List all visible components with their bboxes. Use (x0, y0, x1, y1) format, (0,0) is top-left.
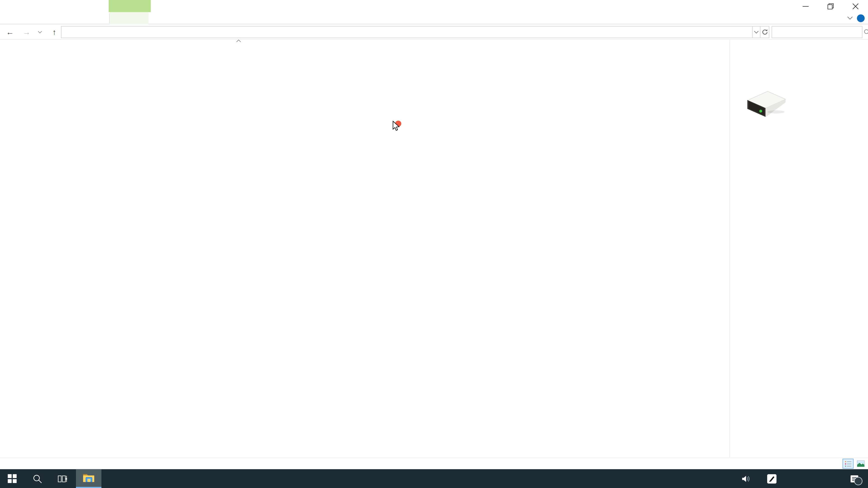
navigation-bar: ← → ↑ (0, 24, 868, 40)
explorer-window: ← → ↑ (0, 0, 868, 488)
volume-icon[interactable] (741, 469, 752, 488)
contextual-tab-header[interactable] (109, 0, 151, 12)
close-button[interactable] (843, 0, 868, 12)
preview-pane (730, 40, 868, 457)
ime-language-indicator[interactable] (752, 469, 762, 488)
minimize-button[interactable] (793, 0, 818, 12)
address-dropdown-icon[interactable] (753, 26, 761, 38)
up-button[interactable]: ↑ (49, 27, 60, 38)
status-bar (0, 457, 868, 469)
action-center-icon[interactable] (846, 469, 863, 488)
column-headers (166, 40, 499, 54)
collapse-ribbon-icon[interactable] (847, 16, 853, 20)
restore-button[interactable] (818, 0, 843, 12)
sort-ascending-icon[interactable] (236, 39, 241, 43)
help-icon[interactable] (857, 14, 865, 22)
tab-drive-tools[interactable] (110, 12, 149, 24)
search-input[interactable] (772, 29, 864, 35)
taskbar-explorer-button[interactable] (76, 469, 101, 488)
recent-locations-icon[interactable] (34, 27, 45, 38)
thumbnail-view-button[interactable] (855, 459, 866, 468)
drive-icon (743, 88, 789, 120)
forward-button[interactable]: → (21, 27, 32, 38)
search-icon[interactable] (864, 29, 868, 35)
windows-logo-icon (8, 474, 17, 483)
start-button[interactable] (0, 469, 24, 488)
navigation-pane (0, 40, 166, 457)
details-view-button[interactable] (842, 459, 854, 468)
search-box[interactable] (772, 26, 862, 38)
taskbar (0, 469, 868, 488)
ime-pen-icon[interactable] (765, 469, 778, 488)
address-bar[interactable] (61, 26, 753, 38)
file-list (166, 40, 730, 457)
taskbar-search-icon[interactable] (25, 469, 49, 488)
refresh-icon[interactable] (761, 26, 769, 38)
mouse-cursor (393, 121, 401, 132)
back-button[interactable]: ← (4, 27, 16, 38)
notification-badge (854, 477, 863, 485)
taskbar-clock[interactable] (780, 469, 845, 488)
tray-expand-icon[interactable] (729, 469, 739, 488)
task-view-icon[interactable] (50, 469, 74, 488)
title-bar (0, 0, 868, 12)
ribbon-tab-row (0, 12, 868, 24)
